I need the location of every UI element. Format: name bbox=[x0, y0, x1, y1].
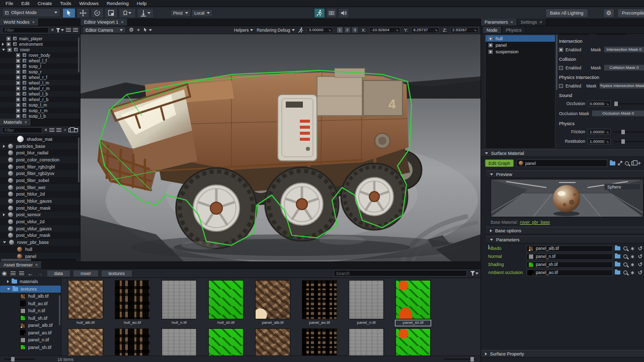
collapse-all-icon[interactable] bbox=[49, 128, 54, 132]
subtab-physics[interactable]: Physics bbox=[503, 27, 526, 33]
clone-material-icon[interactable] bbox=[68, 128, 72, 132]
folder-icon[interactable] bbox=[615, 270, 620, 275]
add-icon[interactable]: + bbox=[637, 160, 641, 166]
expand-arrow-icon[interactable] bbox=[3, 145, 5, 148]
folder-icon[interactable] bbox=[615, 246, 620, 250]
restitution-slider[interactable] bbox=[613, 141, 644, 142]
grid-item-hull_ao.tif[interactable]: hull_ao.tif bbox=[115, 280, 150, 326]
z-position-field[interactable]: 2.53267↘ bbox=[450, 27, 478, 33]
tree-item-susp_l[interactable]: susp_l bbox=[0, 63, 80, 69]
folder-icon[interactable] bbox=[610, 161, 615, 165]
breadcrumb-data[interactable]: data bbox=[47, 270, 71, 277]
reset-icon[interactable]: ↺ bbox=[638, 254, 642, 259]
grid-item-hull_sh.tif[interactable]: hull_sh.tif bbox=[208, 280, 244, 326]
clear-filter-icon[interactable]: × bbox=[44, 128, 47, 133]
menu-item-windows[interactable]: Windows bbox=[75, 1, 102, 6]
close-icon[interactable]: × bbox=[35, 263, 38, 267]
tree-item-rover_body[interactable]: rover_body bbox=[0, 52, 80, 58]
snap-tool-button[interactable]: Ω bbox=[119, 8, 136, 18]
search-filter-button[interactable] bbox=[470, 271, 478, 276]
filter-options-button[interactable] bbox=[56, 28, 64, 33]
search-icon[interactable] bbox=[623, 262, 627, 266]
base-material-link[interactable]: rover_pbr_base bbox=[520, 220, 550, 225]
node-enable-checkbox[interactable] bbox=[16, 86, 20, 90]
menu-item-rendering[interactable]: Rendering bbox=[103, 1, 132, 6]
physics-toggle-button[interactable] bbox=[326, 8, 337, 18]
precompile-shaders-button[interactable]: Precompile All Shaders bbox=[617, 9, 644, 18]
texture-file-field[interactable]: panel_sh.tif bbox=[526, 261, 613, 268]
folder-icon[interactable] bbox=[615, 262, 620, 266]
material-item-post_hblur_gauss[interactable]: post_hblur_gauss bbox=[0, 198, 80, 205]
restitution-value-field[interactable]: 1.00000↘ bbox=[588, 138, 611, 144]
material-preview[interactable]: Sphere bbox=[491, 179, 643, 217]
tree-item-wheel_l_f[interactable]: wheel_l_f bbox=[0, 58, 80, 63]
menu-item-create[interactable]: Create bbox=[34, 1, 56, 6]
asset-file-hull_alb.tif[interactable]: hull_alb.tif bbox=[0, 293, 61, 300]
intersection-enabled-checkbox[interactable] bbox=[559, 48, 563, 52]
base-options-header[interactable]: Base options bbox=[486, 227, 644, 234]
back-icon[interactable]: ← bbox=[28, 270, 34, 277]
materials-filter-input[interactable]: Filter bbox=[2, 127, 42, 133]
search-icon[interactable] bbox=[623, 254, 627, 258]
menu-item-edit[interactable]: Edit bbox=[18, 1, 33, 6]
close-icon[interactable]: × bbox=[25, 120, 27, 125]
physics-intersection-mask-button[interactable]: Physics Intersection Mask bbox=[599, 82, 644, 89]
world-nodes-filter-input[interactable]: Filter bbox=[2, 27, 49, 33]
search-input[interactable]: Search bbox=[334, 270, 467, 277]
friction-slider[interactable] bbox=[613, 131, 644, 133]
tab-world-nodes[interactable]: World Nodes × bbox=[0, 19, 39, 26]
settings-asterisk-icon[interactable]: ∗ bbox=[630, 270, 635, 276]
grid-item-row2-7[interactable] bbox=[395, 328, 431, 355]
tree-item-susp_r[interactable]: susp_r bbox=[0, 69, 80, 74]
material-item-post_filter_rgb2yuv[interactable]: post_filter_rgb2yuv bbox=[0, 170, 80, 177]
close-icon[interactable]: × bbox=[121, 20, 123, 25]
expand-arrow-icon[interactable] bbox=[7, 280, 9, 283]
texture-file-field[interactable]: panel_n.tif bbox=[526, 253, 613, 260]
h-scroll-slider[interactable] bbox=[444, 358, 475, 360]
forward-icon[interactable]: → bbox=[37, 270, 43, 277]
material-item-post_color_correction[interactable]: post_color_correction bbox=[0, 156, 80, 163]
preview-header[interactable]: Preview bbox=[486, 170, 644, 178]
tab-editor-viewport[interactable]: Editor Viewport 1 × bbox=[80, 19, 128, 26]
tab-materials[interactable]: Materials × bbox=[0, 119, 31, 126]
grid-item-panel_ao.tif[interactable]: panel_ao.tif bbox=[302, 280, 337, 326]
move-tool-button[interactable] bbox=[76, 8, 90, 18]
expand-all-icon[interactable] bbox=[56, 128, 61, 132]
material-item-rover_pbr_base[interactable]: rover_pbr_base bbox=[0, 239, 80, 246]
speed-preset-3[interactable]: 3 bbox=[352, 27, 358, 33]
settings-asterisk-icon[interactable]: ∗ bbox=[630, 254, 635, 259]
y-position-field[interactable]: 6.25737↘ bbox=[411, 27, 439, 33]
tree-item-rover[interactable]: rover bbox=[0, 47, 80, 52]
subtab-node[interactable]: Node bbox=[483, 27, 502, 33]
menu-item-help[interactable]: Help bbox=[133, 1, 150, 6]
collapse-arrow-icon[interactable] bbox=[7, 288, 10, 290]
material-item-post_hblur_mask[interactable]: post_hblur_mask bbox=[0, 205, 80, 212]
add-viewport-icon[interactable]: + bbox=[137, 27, 140, 33]
clear-filter-icon[interactable]: × bbox=[51, 28, 54, 33]
asset-file-panel_n.tif[interactable]: panel_n.tif bbox=[0, 336, 61, 344]
breadcrumb-rover[interactable]: rover bbox=[73, 270, 99, 277]
collapse-all-icon[interactable] bbox=[66, 28, 71, 32]
bake-all-lighting-button[interactable]: Bake All Lighting bbox=[545, 9, 588, 18]
sound-toggle-button[interactable] bbox=[338, 8, 349, 18]
collision-mask-button[interactable]: Collision Mask 0 bbox=[604, 64, 644, 71]
tree-item-wheel_l_m[interactable]: wheel_l_m bbox=[0, 80, 80, 85]
search-icon[interactable] bbox=[623, 246, 627, 250]
thumbnail-size-slider[interactable] bbox=[4, 358, 35, 360]
surface-item-panel[interactable]: panel bbox=[486, 42, 555, 48]
scale-tool-button[interactable] bbox=[105, 8, 118, 18]
tree-item-environment[interactable]: environment bbox=[0, 41, 80, 47]
tree-item-wheel_r_f[interactable]: wheel_r_f bbox=[0, 74, 80, 80]
tab-asset-browser[interactable]: Asset Browser × bbox=[0, 261, 42, 268]
grid-item-panel_alb.tif[interactable]: panel_alb.tif bbox=[255, 280, 290, 326]
occlusion-value-field[interactable]: 0.00000↘ bbox=[588, 101, 611, 107]
node-enable-checkbox[interactable] bbox=[16, 92, 20, 96]
asset-file-hull_ao.tif[interactable]: hull_ao.tif bbox=[0, 300, 61, 308]
asset-file-hull_sh.tif[interactable]: hull_sh.tif bbox=[0, 315, 61, 322]
collapse-arrow-icon[interactable] bbox=[3, 241, 6, 243]
rotate-tool-button[interactable] bbox=[91, 8, 104, 18]
surface-enable-checkbox[interactable] bbox=[489, 37, 493, 41]
tree-item-main_player[interactable]: main_player bbox=[0, 36, 80, 41]
navigation-mode-button[interactable] bbox=[143, 27, 152, 33]
material-item-particles_base[interactable]: particles_base bbox=[0, 143, 80, 150]
